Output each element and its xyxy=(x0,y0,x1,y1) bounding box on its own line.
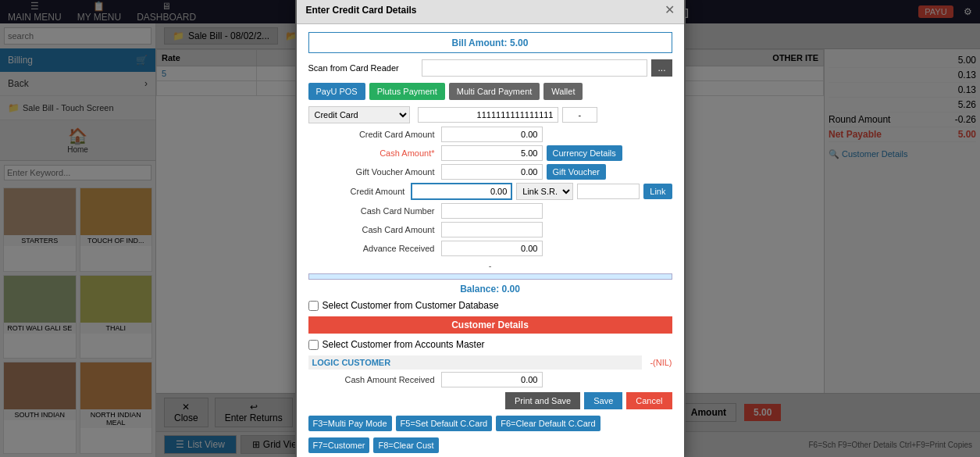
credit-amount-label: Credit Amount xyxy=(308,187,412,196)
gift-voucher-label: Gift Voucher Amount xyxy=(308,167,441,177)
advance-received-input[interactable] xyxy=(441,241,543,256)
cash-amount-received-input[interactable] xyxy=(441,372,543,387)
select-accounts-checkbox[interactable] xyxy=(308,340,319,350)
f7-customer-btn[interactable]: F7=Customer xyxy=(308,437,370,453)
print-save-btn[interactable]: Print and Save xyxy=(505,392,580,409)
cash-card-amount-input[interactable] xyxy=(441,222,543,237)
fn-buttons-row2: F7=Customer F8=Clear Cust xyxy=(308,437,672,453)
credit-card-amount-row: Credit Card Amount xyxy=(308,127,672,142)
scan-input[interactable] xyxy=(422,59,648,77)
separator: - xyxy=(308,259,672,272)
balance-row: Balance: 0.00 xyxy=(308,281,672,297)
link-input[interactable] xyxy=(577,184,640,199)
cash-card-number-label: Cash Card Number xyxy=(308,206,441,216)
card-number-suffix: - xyxy=(562,107,598,123)
currency-details-btn[interactable]: Currency Details xyxy=(547,145,622,161)
wallet-btn[interactable]: Wallet xyxy=(543,83,583,100)
modal-title: Enter Credit Card Details xyxy=(306,5,417,16)
modal-header: Enter Credit Card Details ✕ xyxy=(297,0,684,24)
cash-amount-received-label: Cash Amount Received xyxy=(308,375,441,384)
balance-bar xyxy=(308,273,672,280)
modal-close-btn[interactable]: ✕ xyxy=(665,2,675,17)
scan-btn[interactable]: ... xyxy=(651,59,672,77)
modal-overlay: Enter Credit Card Details ✕ Bill Amount:… xyxy=(0,0,980,457)
credit-amount-row: Credit Amount Link S.R. Link xyxy=(308,183,672,200)
f8-clear-cust-btn[interactable]: F8=Clear Cust xyxy=(373,437,438,453)
select-customer-db-label: Select Customer from Customer Database xyxy=(323,300,499,311)
advance-received-label: Advance Received xyxy=(308,244,441,253)
customer-name-row: LOGIC CUSTOMER -(NIL) xyxy=(308,353,672,372)
cash-card-number-input[interactable] xyxy=(441,203,543,219)
action-row: Print and Save Save Cancel xyxy=(308,392,672,409)
plutus-payment-btn[interactable]: Plutus Payment xyxy=(369,83,445,100)
save-btn[interactable]: Save xyxy=(584,392,622,409)
cash-amount-input[interactable] xyxy=(441,145,543,161)
credit-amount-input[interactable] xyxy=(411,183,512,200)
select-customer-db-row: Select Customer from Customer Database xyxy=(308,300,672,311)
scan-label: Scan from Card Reader xyxy=(308,63,418,73)
link-btn[interactable]: Link xyxy=(643,184,672,199)
f5-set-default-btn[interactable]: F5=Set Default C.Card xyxy=(396,416,493,431)
modal-body: Bill Amount: 5.00 Scan from Card Reader … xyxy=(297,24,684,457)
customer-details-btn[interactable]: Customer Details xyxy=(308,316,672,334)
credit-card-dropdown[interactable]: Credit Card xyxy=(308,106,410,123)
bill-amount-row: Bill Amount: 5.00 xyxy=(308,32,672,53)
multi-card-btn[interactable]: Multi Card Payment xyxy=(449,83,540,100)
credit-card-amount-label: Credit Card Amount xyxy=(308,130,441,139)
cash-card-amount-row: Cash Card Amount xyxy=(308,222,672,237)
f6-clear-default-btn[interactable]: F6=Clear Default C.Card xyxy=(496,416,600,431)
scan-row: Scan from Card Reader ... xyxy=(308,59,672,77)
cash-card-amount-label: Cash Card Amount xyxy=(308,225,441,234)
gift-voucher-btn[interactable]: Gift Voucher xyxy=(547,164,607,180)
select-accounts-label: Select Customer from Accounts Master xyxy=(323,339,485,350)
select-customer-db-checkbox[interactable] xyxy=(308,301,319,311)
cash-amount-row: Cash Amount* Currency Details xyxy=(308,145,672,161)
credit-card-row: Credit Card - xyxy=(308,106,672,123)
payu-pos-btn[interactable]: PayU POS xyxy=(308,83,365,100)
f3-multi-pay-btn[interactable]: F3=Multi Pay Mode xyxy=(308,416,392,431)
gift-voucher-row: Gift Voucher Amount Gift Voucher xyxy=(308,164,672,180)
credit-card-number-input[interactable] xyxy=(418,107,558,123)
gift-voucher-input[interactable] xyxy=(441,164,543,180)
cash-amount-label: Cash Amount* xyxy=(308,148,441,158)
payment-buttons: PayU POS Plutus Payment Multi Card Payme… xyxy=(308,83,672,100)
cash-card-number-row: Cash Card Number xyxy=(308,203,672,219)
customer-nil: -(NIL) xyxy=(650,358,672,367)
fn-buttons-row1: F3=Multi Pay Mode F5=Set Default C.Card … xyxy=(308,416,672,431)
credit-card-amount-input[interactable] xyxy=(441,127,543,142)
select-accounts-row: Select Customer from Accounts Master xyxy=(308,339,672,350)
cash-amount-received-row: Cash Amount Received xyxy=(308,372,672,387)
cancel-btn[interactable]: Cancel xyxy=(626,392,672,409)
credit-card-modal: Enter Credit Card Details ✕ Bill Amount:… xyxy=(295,0,686,457)
advance-received-row: Advance Received xyxy=(308,241,672,256)
link-dropdown[interactable]: Link S.R. xyxy=(516,183,573,200)
customer-name: LOGIC CUSTOMER xyxy=(308,355,643,370)
